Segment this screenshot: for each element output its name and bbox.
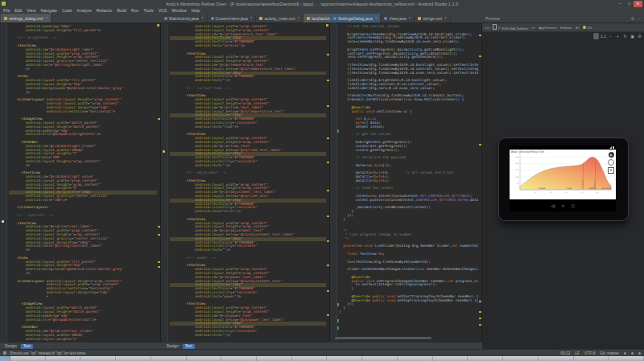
taskbar-button[interactable] (10, 356, 46, 361)
vcs-branch[interactable]: Git: master (601, 351, 619, 355)
theme-selector[interactable]: AppTheme▾ (539, 26, 557, 30)
locale-globe-icon[interactable]: ⊕▾ (576, 26, 580, 30)
code-editor-middle[interactable]: android:layout_width="wrap_content" andr… (170, 25, 326, 342)
warning-stripe-mark[interactable] (479, 144, 482, 146)
taskbar-button[interactable] (362, 356, 398, 361)
device-selector[interactable]: 7" WSVGA (Tablet)▾ (493, 24, 528, 31)
warning-stripe-mark[interactable] (327, 240, 330, 242)
warning-stripe-mark[interactable] (327, 190, 330, 191)
warning-stripe-mark[interactable] (158, 234, 161, 236)
caret-position[interactable]: 93:22 (560, 351, 570, 355)
minimize-button[interactable]: – (616, 1, 625, 7)
tab-close-icon[interactable]: × (201, 16, 204, 20)
editor-tab-settingsdialog.java[interactable]: SettingsDialog.java× (330, 14, 381, 23)
warning-stripe-mark[interactable] (479, 301, 482, 302)
maximize-button[interactable]: □ (625, 1, 634, 7)
night-mode-icon[interactable]: ◐▾ (531, 26, 535, 30)
lightbulb-icon[interactable] (163, 150, 165, 153)
warning-stripe-mark[interactable] (479, 55, 482, 57)
tab-close-icon[interactable]: × (250, 16, 253, 20)
editor-tab-settings_dialog.xml[interactable]: settings_dialog.xml× (1, 14, 52, 23)
taskbar-button[interactable] (574, 356, 609, 361)
zoom-actual-icon[interactable]: 1:1 (601, 33, 606, 39)
menu-item-build[interactable]: Build (117, 8, 126, 13)
warning-stripe-mark[interactable] (479, 35, 482, 36)
tab-close-icon[interactable]: × (298, 16, 300, 20)
taskbar-button[interactable] (221, 356, 257, 361)
editor-pane-settings-dialog-xml[interactable]: android:padding="10dp" android:layout_he… (0, 23, 161, 342)
taskbar-button[interactable] (468, 356, 503, 361)
editor-pane-settings-dialog-java[interactable]: // set the initial values brightness=(Se… (330, 23, 482, 342)
warning-stripe-mark[interactable] (479, 324, 482, 326)
lock-icon[interactable] (624, 352, 626, 355)
menu-item-file[interactable]: File (3, 8, 10, 13)
warning-stripe-mark[interactable] (327, 265, 330, 266)
tab-close-icon[interactable]: × (375, 16, 378, 20)
menu-item-view[interactable]: View (27, 8, 35, 13)
taskbar-button[interactable] (116, 356, 151, 361)
taskbar-button[interactable] (46, 356, 81, 361)
taskbar-button[interactable] (257, 356, 292, 361)
menu-item-vcs[interactable]: VCS (159, 8, 167, 13)
file-encoding[interactable]: UTF-8 (584, 351, 596, 355)
warning-stripe-mark[interactable] (327, 290, 330, 292)
hide-panel-icon[interactable]: ─ (638, 16, 641, 21)
menu-item-edit[interactable]: Edit (14, 8, 22, 13)
close-button[interactable]: ✕ (634, 1, 642, 7)
taskbar-button[interactable] (80, 356, 116, 361)
editor-gutter[interactable] (330, 23, 337, 342)
editor-gutter[interactable] (0, 23, 7, 342)
taskbar-button[interactable] (151, 356, 187, 361)
code-editor-left[interactable]: android:padding="10dp" android:layout_he… (9, 25, 157, 342)
menu-item-tools[interactable]: Tools (144, 8, 154, 13)
taskbar-button[interactable] (503, 356, 539, 361)
menu-item-run[interactable]: Run (131, 8, 139, 13)
taskbar-button[interactable] (539, 356, 574, 361)
menu-item-navigate[interactable]: Navigate (40, 8, 56, 13)
editor-pane-activity-reflow-xml[interactable]: android:layout_width="wrap_content" andr… (161, 23, 330, 342)
design-tab[interactable]: Design (2, 344, 19, 349)
taskbar-button[interactable] (187, 356, 222, 361)
warning-stripe-mark[interactable] (327, 215, 330, 217)
warning-stripe-mark[interactable] (479, 318, 482, 319)
menu-item-window[interactable]: Window (171, 8, 186, 13)
api-level-selector[interactable]: 22▾ (583, 26, 592, 30)
warning-stripe-mark[interactable] (158, 261, 161, 263)
design-tab[interactable]: Design (164, 344, 181, 349)
warning-stripe-mark[interactable] (327, 105, 330, 107)
text-tab[interactable]: Text (21, 344, 33, 349)
line-separator[interactable]: LF (575, 351, 580, 355)
warning-stripe-mark[interactable] (158, 266, 161, 268)
warning-stripe-mark[interactable] (479, 311, 482, 313)
warning-stripe-mark[interactable] (327, 314, 330, 316)
zoom-out-icon[interactable]: − (608, 33, 613, 39)
tab-close-icon[interactable]: × (409, 16, 411, 20)
gutter-marker-icon[interactable] (2, 220, 4, 223)
menu-item-help[interactable]: Help (192, 8, 200, 13)
menu-item-code[interactable]: Code (62, 8, 72, 13)
editor-tab-activity_main.xml[interactable]: activity_main.xml× (256, 14, 303, 23)
warning-stripe-mark[interactable] (327, 162, 330, 163)
editor-tab-strings.xml[interactable]: strings.xml× (415, 14, 451, 23)
taskbar-button[interactable] (327, 356, 362, 361)
activity-selector[interactable]: Reflow▾ (560, 26, 572, 30)
text-tab[interactable]: Text (183, 344, 195, 349)
lint-message-icon[interactable] (3, 351, 6, 355)
taskbar-button[interactable] (609, 356, 644, 361)
gear-icon[interactable]: ⚙ (631, 16, 634, 21)
orientation-icon[interactable]: ▭▾ (485, 26, 489, 30)
editor-tab-mainactivity.java[interactable]: MainActivity.java× (161, 14, 208, 23)
warning-stripe-mark[interactable] (327, 137, 330, 139)
tab-close-icon[interactable]: × (444, 16, 447, 20)
taskbar-button[interactable] (398, 356, 433, 361)
code-editor-right[interactable]: // set the initial values brightness=(Se… (339, 25, 478, 342)
refresh-icon[interactable]: ↻ (622, 33, 628, 39)
tab-close-icon[interactable]: × (46, 16, 48, 20)
editor-tab-customintent.java[interactable]: CustomIntent.java× (208, 14, 257, 23)
zoom-fit-icon[interactable]: ▢ (593, 33, 599, 39)
hector-icon[interactable] (631, 352, 634, 355)
editor-gutter[interactable] (161, 23, 168, 342)
warning-stripe-mark[interactable] (158, 226, 161, 228)
menu-item-refactor[interactable]: Refactor (97, 8, 113, 13)
horizontal-scrollbar[interactable] (335, 337, 431, 339)
